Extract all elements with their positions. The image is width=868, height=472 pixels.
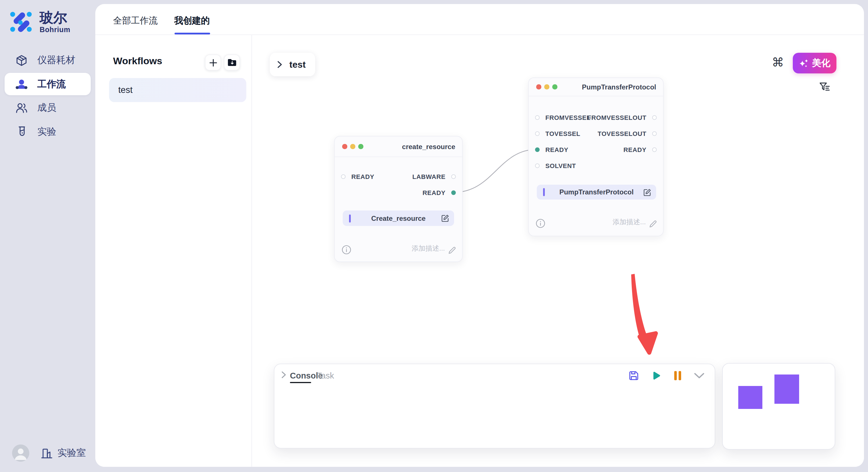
members-icon <box>16 102 28 114</box>
command-grid-icon[interactable]: ⌘ <box>771 56 785 69</box>
sidebar-item-instruments[interactable]: 仪器耗材 <box>5 49 91 71</box>
dot-red-icon <box>536 85 541 90</box>
node-action-label: PumpTransferProtocol <box>559 188 634 196</box>
dot-yellow-icon <box>544 85 549 90</box>
port-out-tovesselout[interactable] <box>652 131 657 136</box>
collapse-panel-button[interactable] <box>694 372 704 379</box>
sidebar-item-workflow[interactable]: 工作流 <box>5 73 91 95</box>
tab-created-by-me[interactable]: 我创建的 <box>174 15 210 34</box>
sidebar-item-experiment[interactable]: 实验 <box>5 121 91 143</box>
sidebar-item-label: 实验 <box>37 125 56 138</box>
port-row: TOVESSEL TOVESSELOUT <box>529 129 663 138</box>
port-label: FROMVESSEL <box>546 114 591 121</box>
port-row: FROMVESSEL FROMVESSELOUT <box>529 113 663 122</box>
port-label: SOLVENT <box>546 162 576 169</box>
logo-subtitle: Bohrium <box>40 26 70 34</box>
tab-task[interactable]: Task <box>317 371 334 380</box>
sidebar-item-members[interactable]: 成员 <box>5 97 91 119</box>
port-label: TOVESSELOUT <box>598 130 646 137</box>
add-workflow-button[interactable] <box>205 55 221 71</box>
info-icon[interactable] <box>342 245 351 255</box>
package-icon <box>16 54 28 66</box>
port-out-fromvesselout[interactable] <box>652 115 657 120</box>
run-button[interactable] <box>651 370 661 381</box>
node-action-label: Create_resource <box>371 214 425 222</box>
port-label: READY <box>423 189 445 196</box>
node-action-pill[interactable]: Create_resource <box>343 210 454 226</box>
tabs-bar: 全部工作流 我创建的 <box>95 4 864 35</box>
beautify-label: 美化 <box>812 57 830 69</box>
workflow-list-panel: Workflows test <box>95 35 252 467</box>
avatar[interactable] <box>12 444 29 462</box>
port-label: FROMVESSELOUT <box>587 114 646 121</box>
tab-label: 全部工作流 <box>113 15 158 25</box>
console-panel: Console Task <box>274 364 715 448</box>
minimap-node-create-resource <box>738 386 763 409</box>
port-in-ready[interactable] <box>535 147 539 152</box>
pencil-icon[interactable] <box>448 247 456 254</box>
minimap[interactable] <box>722 363 835 450</box>
dot-yellow-icon <box>350 144 355 149</box>
main-container: 全部工作流 我创建的 Workflows test <box>95 4 864 467</box>
save-button[interactable] <box>629 370 639 381</box>
console-expand-icon[interactable] <box>281 371 286 378</box>
port-in-tovessel[interactable] <box>535 131 539 136</box>
port-in-fromvessel[interactable] <box>535 115 539 120</box>
workflow-icon <box>16 78 28 90</box>
workflow-list-item-test[interactable]: test <box>109 78 246 102</box>
node-pump-transfer-protocol[interactable]: PumpTransferProtocol FROMVESSEL FROMVESS… <box>528 77 663 236</box>
port-out-labware[interactable] <box>451 174 456 179</box>
node-action-pill[interactable]: PumpTransferProtocol <box>537 185 656 200</box>
logo-title: 玻尔 <box>40 10 70 26</box>
node-title: PumpTransferProtocol <box>582 83 656 91</box>
breadcrumb[interactable]: test <box>270 53 315 76</box>
node-create-resource[interactable]: create_resource READY LABWARE READY Crea… <box>334 136 463 262</box>
filter-icon[interactable] <box>819 82 831 95</box>
window-dots <box>342 144 363 149</box>
description-placeholder[interactable]: 添加描述... <box>613 217 646 227</box>
port-in-ready[interactable] <box>341 174 346 179</box>
sidebar-nav: 仪器耗材 工作流 <box>0 47 95 144</box>
minimap-node-pump-transfer <box>774 374 799 404</box>
port-row: READY <box>335 188 462 197</box>
node-title: create_resource <box>402 142 455 150</box>
port-label: TOVESSEL <box>546 130 580 137</box>
sidebar-item-label: 仪器耗材 <box>37 54 75 67</box>
cursor-bar <box>543 188 545 196</box>
port-out-ready[interactable] <box>652 147 657 152</box>
import-folder-button[interactable] <box>224 55 240 71</box>
info-icon[interactable] <box>536 218 546 228</box>
pause-button[interactable] <box>673 370 682 381</box>
port-in-solvent[interactable] <box>535 164 539 168</box>
description-placeholder[interactable]: 添加描述... <box>412 244 445 254</box>
port-label: LABWARE <box>412 173 445 180</box>
pencil-icon[interactable] <box>649 220 657 228</box>
tab-all-workflows[interactable]: 全部工作流 <box>113 15 158 34</box>
lab-label[interactable]: 实验室 <box>57 447 86 460</box>
port-label: READY <box>351 173 374 180</box>
sidebar-footer: 实验室 <box>0 444 95 462</box>
sparkles-icon <box>799 58 809 68</box>
sidebar-item-label: 工作流 <box>37 78 66 90</box>
port-row: READY LABWARE <box>335 172 462 181</box>
sidebar: 玻尔 Bohrium 仪器耗材 <box>0 0 95 472</box>
workflow-item-label: test <box>118 85 133 95</box>
edit-icon[interactable] <box>441 214 449 222</box>
port-label: READY <box>546 146 568 153</box>
cursor-bar <box>349 214 350 222</box>
port-out-ready[interactable] <box>451 191 456 195</box>
node-header: PumpTransferProtocol <box>529 78 663 96</box>
workflow-canvas[interactable]: test ⌘ 美化 <box>252 35 864 467</box>
sidebar-item-label: 成员 <box>37 102 56 114</box>
port-label: READY <box>623 146 646 153</box>
building-icon <box>41 447 53 459</box>
beautify-button[interactable]: 美化 <box>793 53 836 73</box>
app-window: 玻尔 Bohrium 仪器耗材 <box>0 0 868 472</box>
tab-label: 我创建的 <box>174 15 210 25</box>
breadcrumb-label: test <box>289 59 306 70</box>
dot-green-icon <box>552 85 557 90</box>
plus-icon <box>209 59 217 66</box>
console-toolbar <box>629 370 704 381</box>
dot-red-icon <box>342 144 347 149</box>
edit-icon[interactable] <box>644 189 651 196</box>
